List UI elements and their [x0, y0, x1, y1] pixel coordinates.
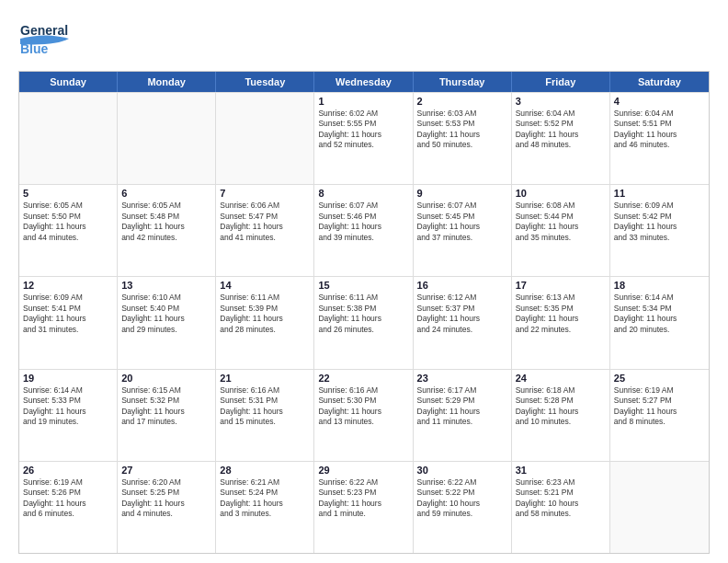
day-cell-22: 22Sunrise: 6:16 AM Sunset: 5:30 PM Dayli… — [314, 370, 413, 461]
day-info: Sunrise: 6:10 AM Sunset: 5:40 PM Dayligh… — [121, 293, 211, 335]
day-info: Sunrise: 6:16 AM Sunset: 5:30 PM Dayligh… — [318, 385, 408, 428]
day-cell-5: 5Sunrise: 6:05 AM Sunset: 5:50 PM Daylig… — [19, 185, 118, 276]
day-cell-31: 31Sunrise: 6:23 AM Sunset: 5:21 PM Dayli… — [512, 462, 610, 553]
day-info: Sunrise: 6:09 AM Sunset: 5:42 PM Dayligh… — [614, 201, 705, 243]
calendar-row-3: 12Sunrise: 6:09 AM Sunset: 5:41 PM Dayli… — [19, 276, 709, 368]
day-info: Sunrise: 6:22 AM Sunset: 5:23 PM Dayligh… — [318, 477, 408, 520]
day-number: 21 — [220, 373, 310, 384]
day-info: Sunrise: 6:14 AM Sunset: 5:34 PM Dayligh… — [614, 293, 705, 335]
day-number: 29 — [318, 465, 408, 476]
empty-cell — [19, 93, 118, 184]
day-number: 3 — [516, 96, 606, 107]
day-cell-25: 25Sunrise: 6:19 AM Sunset: 5:27 PM Dayli… — [610, 370, 709, 461]
day-cell-21: 21Sunrise: 6:16 AM Sunset: 5:31 PM Dayli… — [216, 370, 314, 461]
day-cell-13: 13Sunrise: 6:10 AM Sunset: 5:40 PM Dayli… — [118, 277, 216, 368]
day-cell-6: 6Sunrise: 6:05 AM Sunset: 5:48 PM Daylig… — [118, 185, 216, 276]
day-info: Sunrise: 6:08 AM Sunset: 5:44 PM Dayligh… — [516, 201, 606, 243]
day-number: 9 — [417, 188, 507, 199]
day-info: Sunrise: 6:18 AM Sunset: 5:28 PM Dayligh… — [516, 385, 606, 428]
day-info: Sunrise: 6:04 AM Sunset: 5:51 PM Dayligh… — [614, 109, 705, 151]
header-day-friday: Friday — [512, 72, 610, 92]
day-number: 2 — [417, 96, 507, 107]
day-cell-15: 15Sunrise: 6:11 AM Sunset: 5:38 PM Dayli… — [314, 277, 413, 368]
day-cell-29: 29Sunrise: 6:22 AM Sunset: 5:23 PM Dayli… — [314, 462, 413, 553]
day-cell-11: 11Sunrise: 6:09 AM Sunset: 5:42 PM Dayli… — [610, 185, 709, 276]
day-number: 14 — [220, 280, 310, 291]
day-cell-28: 28Sunrise: 6:21 AM Sunset: 5:24 PM Dayli… — [216, 462, 314, 553]
day-number: 27 — [121, 465, 211, 476]
day-cell-24: 24Sunrise: 6:18 AM Sunset: 5:28 PM Dayli… — [512, 370, 610, 461]
day-number: 18 — [614, 280, 705, 291]
day-info: Sunrise: 6:09 AM Sunset: 5:41 PM Dayligh… — [23, 293, 113, 335]
day-info: Sunrise: 6:02 AM Sunset: 5:55 PM Dayligh… — [318, 109, 408, 151]
day-number: 30 — [417, 465, 507, 476]
day-number: 19 — [23, 373, 113, 384]
day-cell-8: 8Sunrise: 6:07 AM Sunset: 5:46 PM Daylig… — [314, 185, 413, 276]
day-info: Sunrise: 6:07 AM Sunset: 5:45 PM Dayligh… — [417, 201, 507, 243]
day-info: Sunrise: 6:23 AM Sunset: 5:21 PM Dayligh… — [516, 477, 606, 520]
day-number: 7 — [220, 188, 310, 199]
day-number: 31 — [516, 465, 606, 476]
day-info: Sunrise: 6:16 AM Sunset: 5:31 PM Dayligh… — [220, 385, 310, 428]
calendar: SundayMondayTuesdayWednesdayThursdayFrid… — [18, 71, 710, 554]
day-number: 26 — [23, 465, 113, 476]
day-number: 20 — [121, 373, 211, 384]
day-info: Sunrise: 6:04 AM Sunset: 5:52 PM Dayligh… — [516, 109, 606, 151]
calendar-row-2: 5Sunrise: 6:05 AM Sunset: 5:50 PM Daylig… — [19, 184, 709, 276]
empty-cell — [610, 462, 709, 553]
day-cell-7: 7Sunrise: 6:06 AM Sunset: 5:47 PM Daylig… — [216, 185, 314, 276]
calendar-row-1: 1Sunrise: 6:02 AM Sunset: 5:55 PM Daylig… — [19, 92, 709, 184]
day-info: Sunrise: 6:12 AM Sunset: 5:37 PM Dayligh… — [417, 293, 507, 335]
day-number: 6 — [121, 188, 211, 199]
day-cell-12: 12Sunrise: 6:09 AM Sunset: 5:41 PM Dayli… — [19, 277, 118, 368]
day-info: Sunrise: 6:21 AM Sunset: 5:24 PM Dayligh… — [220, 477, 310, 520]
day-number: 16 — [417, 280, 507, 291]
calendar-row-4: 19Sunrise: 6:14 AM Sunset: 5:33 PM Dayli… — [19, 369, 709, 461]
day-info: Sunrise: 6:19 AM Sunset: 5:26 PM Dayligh… — [23, 477, 113, 520]
calendar-row-5: 26Sunrise: 6:19 AM Sunset: 5:26 PM Dayli… — [19, 461, 709, 553]
day-info: Sunrise: 6:22 AM Sunset: 5:22 PM Dayligh… — [417, 477, 507, 520]
day-number: 12 — [23, 280, 113, 291]
day-cell-1: 1Sunrise: 6:02 AM Sunset: 5:55 PM Daylig… — [314, 93, 413, 184]
day-number: 4 — [614, 96, 705, 107]
calendar-body: 1Sunrise: 6:02 AM Sunset: 5:55 PM Daylig… — [19, 92, 709, 553]
day-number: 25 — [614, 373, 705, 384]
header-day-saturday: Saturday — [610, 72, 709, 92]
day-number: 1 — [318, 96, 408, 107]
calendar-header: SundayMondayTuesdayWednesdayThursdayFrid… — [19, 72, 709, 92]
day-cell-10: 10Sunrise: 6:08 AM Sunset: 5:44 PM Dayli… — [512, 185, 610, 276]
day-info: Sunrise: 6:11 AM Sunset: 5:38 PM Dayligh… — [318, 293, 408, 335]
empty-cell — [216, 93, 314, 184]
day-cell-3: 3Sunrise: 6:04 AM Sunset: 5:52 PM Daylig… — [512, 93, 610, 184]
logo: General Blue — [18, 18, 101, 63]
day-info: Sunrise: 6:06 AM Sunset: 5:47 PM Dayligh… — [220, 201, 310, 243]
day-info: Sunrise: 6:05 AM Sunset: 5:50 PM Dayligh… — [23, 201, 113, 243]
day-number: 24 — [516, 373, 606, 384]
day-number: 11 — [614, 188, 705, 199]
day-number: 23 — [417, 373, 507, 384]
day-cell-9: 9Sunrise: 6:07 AM Sunset: 5:45 PM Daylig… — [414, 185, 512, 276]
day-cell-14: 14Sunrise: 6:11 AM Sunset: 5:39 PM Dayli… — [216, 277, 314, 368]
day-info: Sunrise: 6:20 AM Sunset: 5:25 PM Dayligh… — [121, 477, 211, 520]
header-day-sunday: Sunday — [19, 72, 118, 92]
day-number: 5 — [23, 188, 113, 199]
day-number: 13 — [121, 280, 211, 291]
day-cell-19: 19Sunrise: 6:14 AM Sunset: 5:33 PM Dayli… — [19, 370, 118, 461]
day-number: 17 — [516, 280, 606, 291]
day-info: Sunrise: 6:05 AM Sunset: 5:48 PM Dayligh… — [121, 201, 211, 243]
day-cell-16: 16Sunrise: 6:12 AM Sunset: 5:37 PM Dayli… — [414, 277, 512, 368]
day-cell-30: 30Sunrise: 6:22 AM Sunset: 5:22 PM Dayli… — [414, 462, 512, 553]
header-day-tuesday: Tuesday — [216, 72, 314, 92]
day-cell-23: 23Sunrise: 6:17 AM Sunset: 5:29 PM Dayli… — [414, 370, 512, 461]
day-cell-27: 27Sunrise: 6:20 AM Sunset: 5:25 PM Dayli… — [118, 462, 216, 553]
day-cell-4: 4Sunrise: 6:04 AM Sunset: 5:51 PM Daylig… — [610, 93, 709, 184]
header-day-monday: Monday — [118, 72, 216, 92]
day-number: 28 — [220, 465, 310, 476]
day-cell-2: 2Sunrise: 6:03 AM Sunset: 5:53 PM Daylig… — [414, 93, 512, 184]
day-cell-17: 17Sunrise: 6:13 AM Sunset: 5:35 PM Dayli… — [512, 277, 610, 368]
day-number: 15 — [318, 280, 408, 291]
day-number: 10 — [516, 188, 606, 199]
day-info: Sunrise: 6:17 AM Sunset: 5:29 PM Dayligh… — [417, 385, 507, 428]
day-info: Sunrise: 6:03 AM Sunset: 5:53 PM Dayligh… — [417, 109, 507, 151]
day-info: Sunrise: 6:19 AM Sunset: 5:27 PM Dayligh… — [614, 385, 705, 428]
